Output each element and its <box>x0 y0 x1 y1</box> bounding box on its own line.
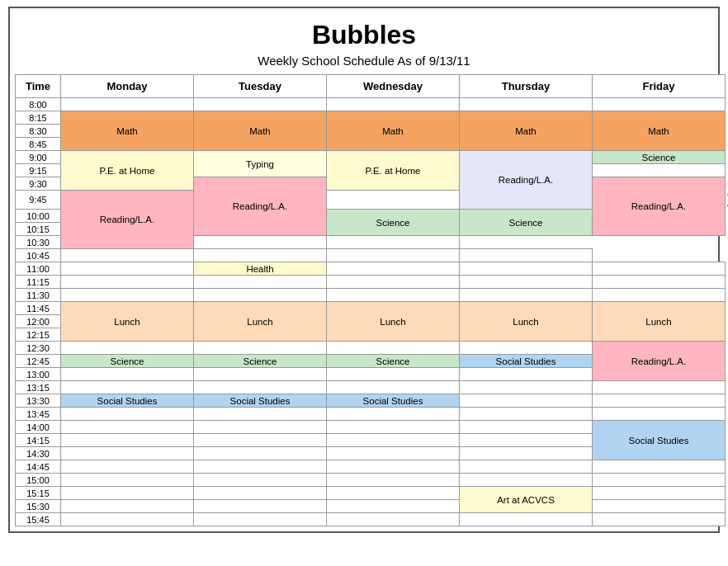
header-time: Time <box>16 75 61 98</box>
cell-mon-social: Social Studies <box>61 394 194 408</box>
cell-fri-915 <box>593 164 726 177</box>
cell-fri-1315 <box>593 381 726 394</box>
table-row: 15:30 <box>16 500 726 513</box>
cell-tue-lunch: Lunch <box>194 302 327 342</box>
cell-mon-1130 <box>61 289 194 302</box>
time-1400: 14:00 <box>16 421 61 434</box>
time-1045: 10:45 <box>16 249 61 262</box>
time-1015: 10:15 <box>16 223 61 236</box>
cell-wed-1545 <box>327 513 460 526</box>
time-800: 8:00 <box>16 98 61 111</box>
time-945: 9:45 <box>16 191 61 210</box>
cell-mon-1515 <box>61 487 194 500</box>
cell-wed-1300 <box>327 368 460 381</box>
time-1130: 11:30 <box>16 289 61 302</box>
time-1415: 14:15 <box>16 434 61 447</box>
time-1545: 15:45 <box>16 513 61 526</box>
table-row: 8:15 Math Math Math Math Math <box>16 111 726 125</box>
cell-mon-800 <box>61 98 194 111</box>
cell-tue-1230 <box>194 342 327 355</box>
header-thursday: Thursday <box>460 75 593 98</box>
time-830: 8:30 <box>16 125 61 138</box>
cell-tue-1430 <box>194 447 327 460</box>
cell-thu-1130 <box>460 289 593 302</box>
time-1300: 13:00 <box>16 368 61 381</box>
cell-wed-1500 <box>327 474 460 487</box>
cell-tue-1415 <box>194 434 327 447</box>
table-row: 10:45 <box>16 249 726 262</box>
cell-thu-1430 <box>460 447 593 460</box>
table-row: 13:15 <box>16 381 726 394</box>
cell-fri-reading2: Reading/L.A. <box>593 342 726 381</box>
cell-tue-science: Science <box>194 355 327 368</box>
cell-thu-1045 <box>327 249 460 262</box>
cell-tue-1045 <box>61 249 194 262</box>
cell-wed-math: Math <box>327 111 460 151</box>
cell-fri-1130 <box>593 289 726 302</box>
cell-fri-1545 <box>593 513 726 526</box>
cell-thu-1330 <box>460 394 593 408</box>
cell-thu-1115 <box>460 276 593 289</box>
table-row: 9:00 P.E. at Home Typing P.E. at Home Re… <box>16 151 726 164</box>
page: Bubbles Weekly School Schedule As of 9/1… <box>8 7 720 533</box>
time-900: 9:00 <box>16 151 61 164</box>
cell-thu-800 <box>460 98 593 111</box>
time-1430: 14:30 <box>16 447 61 460</box>
cell-tue-1445 <box>194 460 327 474</box>
cell-thu-1300 <box>460 368 593 381</box>
time-845: 8:45 <box>16 138 61 151</box>
time-815: 8:15 <box>16 111 61 125</box>
cell-wed-1345 <box>327 408 460 421</box>
cell-mon-1445 <box>61 460 194 474</box>
cell-mon-1230 <box>61 342 194 355</box>
cell-tue-1345 <box>194 408 327 421</box>
cell-tue-math: Math <box>194 111 327 151</box>
page-subtitle: Weekly School Schedule As of 9/13/11 <box>15 52 713 74</box>
cell-wed-1415 <box>327 434 460 447</box>
time-1030: 10:30 <box>16 236 61 249</box>
cell-tue-1545 <box>194 513 327 526</box>
cell-wed-1515 <box>327 487 460 500</box>
header-friday: Friday <box>593 75 726 98</box>
time-1345: 13:45 <box>16 408 61 421</box>
cell-mon-pe: P.E. at Home <box>61 151 194 191</box>
cell-fri-1515 <box>593 487 726 500</box>
cell-tue-social: Social Studies <box>194 394 327 408</box>
cell-mon-1300 <box>61 368 194 381</box>
cell-wed-1130 <box>327 289 460 302</box>
cell-wed-1045 <box>194 249 327 262</box>
time-1500: 15:00 <box>16 474 61 487</box>
cell-mon-math: Math <box>61 111 194 151</box>
cell-mon-1430 <box>61 447 194 460</box>
cell-tue-1300 <box>194 368 327 381</box>
table-row: 11:15 <box>16 276 726 289</box>
cell-tue-1115 <box>194 276 327 289</box>
cell-thu-1415 <box>460 434 593 447</box>
cell-thu-1030 <box>194 236 327 249</box>
cell-wed-1445 <box>327 460 460 474</box>
table-row: 14:00 Social Studies <box>16 421 726 434</box>
cell-mon-1500 <box>61 474 194 487</box>
time-915: 9:15 <box>16 164 61 177</box>
time-1515: 15:15 <box>16 487 61 500</box>
cell-fri-1530 <box>593 500 726 513</box>
table-row: 15:00 <box>16 474 726 487</box>
cell-wed-1315 <box>327 381 460 394</box>
table-row: 8:00 <box>16 98 726 111</box>
time-930: 9:30 <box>16 177 61 191</box>
header-monday: Monday <box>61 75 194 98</box>
cell-tue-1130 <box>194 289 327 302</box>
time-1230: 12:30 <box>16 342 61 355</box>
header-tuesday: Tuesday <box>194 75 327 98</box>
table-row: 11:45 Lunch Lunch Lunch Lunch Lunch <box>16 302 726 315</box>
cell-tue-health: Health <box>194 262 327 276</box>
cell-fri-1045 <box>460 249 593 262</box>
cell-tue-1400 <box>194 421 327 434</box>
time-1100: 11:00 <box>16 262 61 276</box>
cell-wed-science: Science <box>327 355 460 368</box>
cell-thu-science: Science <box>327 210 460 236</box>
cell-wed-1530 <box>327 500 460 513</box>
cell-fri-social2: Social Studies <box>593 421 726 460</box>
cell-tue-typing: Typing <box>194 151 327 177</box>
cell-thu-math: Math <box>460 111 593 151</box>
